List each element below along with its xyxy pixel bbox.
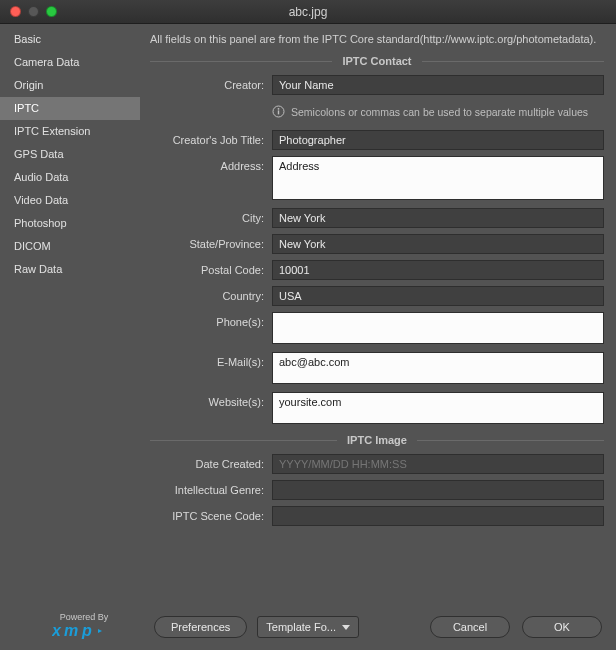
label-intellectual-genre: Intellectual Genre: <box>150 480 272 500</box>
sidebar-item-basic[interactable]: Basic <box>0 28 140 51</box>
label-phones: Phone(s): <box>150 312 272 346</box>
svg-marker-6 <box>98 629 102 633</box>
sidebar-item-audio-data[interactable]: Audio Data <box>0 166 140 189</box>
emails-input[interactable] <box>272 352 604 384</box>
svg-point-1 <box>278 108 280 110</box>
label-job-title: Creator's Job Title: <box>150 130 272 150</box>
creator-hint: Semicolons or commas can be used to sepa… <box>272 105 604 118</box>
svg-text:p: p <box>81 622 92 639</box>
preferences-button[interactable]: Preferences <box>154 616 247 638</box>
sidebar-item-iptc[interactable]: IPTC <box>0 97 140 120</box>
sidebar-item-raw-data[interactable]: Raw Data <box>0 258 140 281</box>
main-panel: All fields on this panel are from the IP… <box>140 24 616 604</box>
address-input[interactable] <box>272 156 604 200</box>
sidebar-item-camera-data[interactable]: Camera Data <box>0 51 140 74</box>
city-input[interactable] <box>272 208 604 228</box>
label-city: City: <box>150 208 272 228</box>
label-websites: Website(s): <box>150 392 272 426</box>
powered-by: Powered By x m p <box>14 612 154 640</box>
sidebar-item-video-data[interactable]: Video Data <box>0 189 140 212</box>
scene-code-input[interactable] <box>272 506 604 526</box>
label-postal: Postal Code: <box>150 260 272 280</box>
label-country: Country: <box>150 286 272 306</box>
label-state: State/Province: <box>150 234 272 254</box>
websites-input[interactable] <box>272 392 604 424</box>
country-input[interactable] <box>272 286 604 306</box>
sidebar-item-gps-data[interactable]: GPS Data <box>0 143 140 166</box>
postal-input[interactable] <box>272 260 604 280</box>
label-date-created: Date Created: <box>150 454 272 474</box>
intellectual-genre-input[interactable] <box>272 480 604 500</box>
cancel-button[interactable]: Cancel <box>430 616 510 638</box>
date-created-input[interactable] <box>272 454 604 474</box>
svg-rect-2 <box>278 110 279 114</box>
ok-button[interactable]: OK <box>522 616 602 638</box>
window-title: abc.jpg <box>0 5 616 19</box>
sidebar-item-photoshop[interactable]: Photoshop <box>0 212 140 235</box>
label-address: Address: <box>150 156 272 202</box>
phones-input[interactable] <box>272 312 604 344</box>
sidebar: Basic Camera Data Origin IPTC IPTC Exten… <box>0 24 140 604</box>
sidebar-item-dicom[interactable]: DICOM <box>0 235 140 258</box>
sidebar-item-iptc-extension[interactable]: IPTC Extension <box>0 120 140 143</box>
svg-text:m: m <box>64 622 78 639</box>
info-icon <box>272 105 285 118</box>
panel-intro: All fields on this panel are from the IP… <box>150 32 604 47</box>
sidebar-item-origin[interactable]: Origin <box>0 74 140 97</box>
template-dropdown[interactable]: Template Fo... <box>257 616 359 638</box>
footer: Powered By x m p Preferences Template Fo… <box>0 604 616 650</box>
creator-input[interactable] <box>272 75 604 95</box>
label-creator: Creator: <box>150 75 272 95</box>
titlebar: abc.jpg <box>0 0 616 24</box>
chevron-down-icon <box>342 625 350 630</box>
svg-text:x: x <box>52 622 62 639</box>
xmp-logo-icon: x m p <box>52 622 116 640</box>
section-header-contact: IPTC Contact <box>150 55 604 67</box>
job-title-input[interactable] <box>272 130 604 150</box>
label-emails: E-Mail(s): <box>150 352 272 386</box>
label-scene-code: IPTC Scene Code: <box>150 506 272 526</box>
section-header-image: IPTC Image <box>150 434 604 446</box>
state-input[interactable] <box>272 234 604 254</box>
